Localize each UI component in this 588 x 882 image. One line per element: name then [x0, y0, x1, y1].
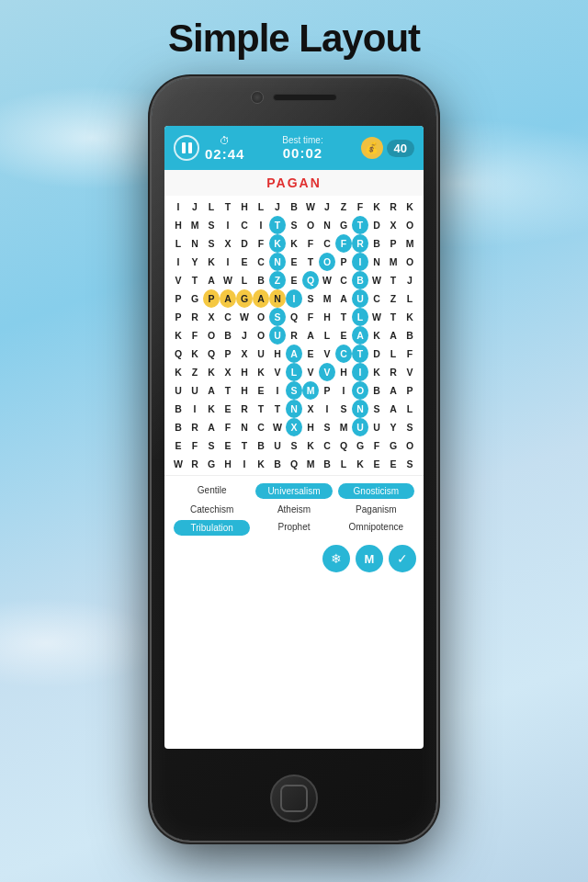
grid-cell[interactable]: A: [203, 381, 220, 400]
grid-cell[interactable]: M: [385, 253, 401, 271]
grid-cell[interactable]: X: [236, 345, 253, 363]
grid-cell[interactable]: S: [203, 436, 220, 455]
grid-cell[interactable]: H: [319, 308, 335, 326]
grid-cell[interactable]: F: [302, 308, 319, 326]
letter-hint-button[interactable]: M: [356, 545, 383, 572]
grid-cell[interactable]: E: [286, 253, 302, 271]
grid-cell[interactable]: R: [187, 308, 203, 326]
grid-cell[interactable]: Q: [203, 345, 220, 363]
grid-cell[interactable]: U: [170, 381, 187, 400]
grid-cell[interactable]: L: [253, 198, 269, 216]
grid-cell[interactable]: A: [385, 381, 401, 400]
grid-cell[interactable]: W: [368, 271, 385, 289]
word-chip[interactable]: Catechism: [174, 503, 250, 516]
grid-cell[interactable]: H: [170, 216, 187, 234]
grid-cell[interactable]: B: [170, 418, 187, 436]
grid-cell[interactable]: S: [286, 216, 302, 234]
grid-cell[interactable]: I: [187, 400, 203, 418]
word-chip[interactable]: Universalism: [255, 483, 332, 499]
grid-cell[interactable]: I: [319, 400, 335, 418]
grid-cell[interactable]: T: [385, 308, 401, 326]
grid-cell[interactable]: A: [385, 326, 401, 345]
grid-cell[interactable]: T: [385, 271, 401, 289]
grid-cell[interactable]: F: [335, 234, 352, 253]
grid-cell[interactable]: G: [236, 289, 253, 308]
grid-cell[interactable]: F: [352, 198, 368, 216]
grid-cell[interactable]: D: [368, 345, 385, 363]
grid-cell[interactable]: X: [302, 400, 319, 418]
grid-cell[interactable]: I: [286, 289, 302, 308]
check-button[interactable]: ✓: [389, 545, 416, 572]
grid-cell[interactable]: C: [368, 289, 385, 308]
grid-cell[interactable]: K: [203, 253, 220, 271]
grid-cell[interactable]: W: [220, 271, 236, 289]
grid-cell[interactable]: S: [401, 455, 418, 473]
grid-cell[interactable]: P: [401, 381, 418, 400]
grid-cell[interactable]: V: [170, 271, 187, 289]
grid-cell[interactable]: O: [203, 326, 220, 345]
grid-cell[interactable]: J: [269, 198, 286, 216]
grid-cell[interactable]: U: [368, 418, 385, 436]
grid-cell[interactable]: P: [170, 289, 187, 308]
grid-cell[interactable]: E: [286, 271, 302, 289]
grid-cell[interactable]: W: [170, 455, 187, 473]
word-chip[interactable]: Atheism: [255, 503, 332, 516]
grid-cell[interactable]: M: [302, 381, 319, 400]
grid-cell[interactable]: R: [352, 234, 368, 253]
grid-cell[interactable]: L: [319, 326, 335, 345]
grid-cell[interactable]: G: [335, 216, 352, 234]
grid-cell[interactable]: L: [286, 363, 302, 381]
grid-cell[interactable]: O: [319, 253, 335, 271]
grid-cell[interactable]: T: [302, 253, 319, 271]
grid-cell[interactable]: T: [220, 198, 236, 216]
grid-cell[interactable]: M: [319, 289, 335, 308]
grid-cell[interactable]: I: [236, 455, 253, 473]
grid-cell[interactable]: C: [253, 418, 269, 436]
grid-cell[interactable]: S: [319, 418, 335, 436]
grid-cell[interactable]: G: [385, 436, 401, 455]
grid-cell[interactable]: F: [302, 234, 319, 253]
grid-cell[interactable]: D: [236, 234, 253, 253]
grid-cell[interactable]: S: [335, 400, 352, 418]
grid-cell[interactable]: T: [335, 308, 352, 326]
grid-cell[interactable]: K: [302, 436, 319, 455]
grid-cell[interactable]: E: [302, 345, 319, 363]
grid-cell[interactable]: I: [170, 253, 187, 271]
grid-cell[interactable]: B: [319, 455, 335, 473]
grid-cell[interactable]: R: [187, 455, 203, 473]
grid-cell[interactable]: R: [286, 326, 302, 345]
grid-cell[interactable]: W: [236, 308, 253, 326]
grid-cell[interactable]: J: [236, 326, 253, 345]
grid-cell[interactable]: X: [220, 234, 236, 253]
grid-cell[interactable]: T: [352, 345, 368, 363]
grid-cell[interactable]: J: [187, 198, 203, 216]
grid-cell[interactable]: K: [368, 363, 385, 381]
grid-cell[interactable]: F: [187, 326, 203, 345]
grid-cell[interactable]: P: [335, 253, 352, 271]
grid-cell[interactable]: F: [368, 436, 385, 455]
grid-cell[interactable]: I: [220, 253, 236, 271]
grid-cell[interactable]: T: [236, 436, 253, 455]
grid-cell[interactable]: K: [352, 455, 368, 473]
grid-cell[interactable]: K: [401, 308, 418, 326]
grid-cell[interactable]: F: [253, 234, 269, 253]
word-chip[interactable]: Tribulation: [174, 520, 250, 536]
grid-cell[interactable]: H: [236, 363, 253, 381]
grid-cell[interactable]: K: [203, 363, 220, 381]
grid-cell[interactable]: F: [220, 418, 236, 436]
grid-cell[interactable]: T: [253, 400, 269, 418]
grid-cell[interactable]: X: [385, 216, 401, 234]
grid-cell[interactable]: A: [203, 418, 220, 436]
grid-cell[interactable]: Z: [335, 198, 352, 216]
grid-cell[interactable]: S: [286, 381, 302, 400]
grid-cell[interactable]: V: [319, 363, 335, 381]
grid-cell[interactable]: C: [319, 436, 335, 455]
grid-cell[interactable]: Y: [385, 418, 401, 436]
grid-cell[interactable]: T: [187, 271, 203, 289]
grid-cell[interactable]: A: [385, 400, 401, 418]
grid-cell[interactable]: O: [302, 216, 319, 234]
word-chip[interactable]: Gnosticism: [338, 483, 414, 499]
grid-cell[interactable]: L: [385, 345, 401, 363]
grid-cell[interactable]: R: [385, 198, 401, 216]
grid-cell[interactable]: W: [302, 198, 319, 216]
